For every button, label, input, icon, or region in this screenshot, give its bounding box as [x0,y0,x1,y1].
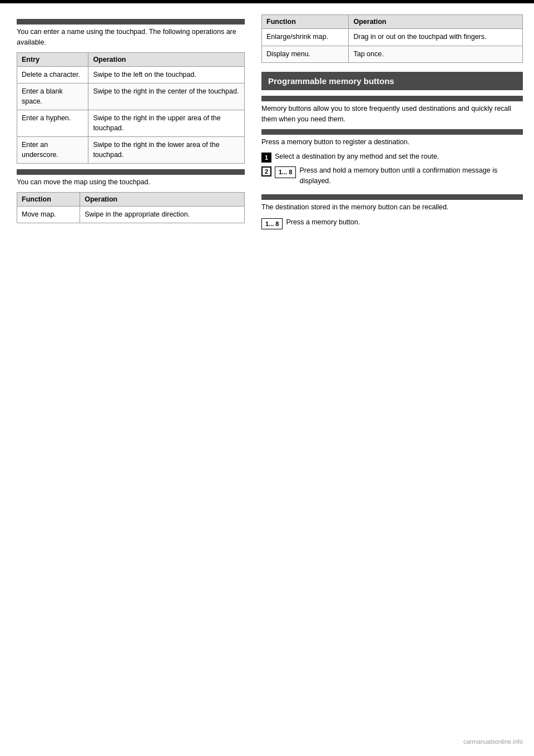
entry-col2-header: Operation [88,52,245,66]
left-section2-header [21,169,245,175]
left-column: You can enter a name using the touchpad.… [0,9,256,238]
entry-cell-entry: Enter a blank space. [17,84,88,110]
pmb-section2-header [266,129,523,135]
top-cell-op: Tap once. [349,46,523,63]
pmb-body3: The destination stored in the memory but… [261,202,523,213]
pmb-recall-row: 1... 8 Press a memory button. [261,217,523,230]
pmb-section3-header-row [261,194,523,200]
move-map-col2-header: Operation [80,192,245,206]
left-section1-header [21,19,245,24]
page-container: You can enter a name using the touchpad.… [0,0,534,756]
pmb-section1-header-row [261,96,523,101]
pmb-item2-num: 2 [261,166,271,176]
top-cell-op: Drag in or out on the touchpad with fing… [349,29,523,46]
left-section1-header-row [17,19,245,24]
top-table-row: Enlarge/shrink map.Drag in or out on the… [262,29,523,46]
pmb-item1-text: Select a destination by any method and s… [275,151,439,162]
entry-cell-op: Swipe to the left on the touchpad. [88,66,245,84]
pmb-section2-bar [261,129,266,135]
move-map-cell-op: Swipe in the appropriate direction. [80,206,245,223]
entry-cell-entry: Enter an underscore. [17,137,88,164]
pmb-item2-badge: 1... 8 [275,166,296,178]
move-map-table: Function Operation Move map.Swipe in the… [17,192,245,224]
pmb-body2a: Press a memory button to register a dest… [261,137,523,148]
left-section2-body: You can move the map using the touchpad. [17,177,245,188]
left-section1-body: You can enter a name using the touchpad.… [17,27,245,48]
watermark: carmanualsonline.info [463,738,523,745]
pmb-body1: Memory buttons allow you to store freque… [261,104,523,125]
pmb-section3-header [266,194,523,200]
move-map-cell-fn: Move map. [17,206,80,223]
entry-col1-header: Entry [17,52,88,66]
pmb-section1-bar [261,96,266,101]
entry-table-row: Enter an underscore.Swipe to the right i… [17,137,245,164]
pmb-heading: Programmable memory buttons [261,72,523,90]
top-cell-fn: Enlarge/shrink map. [262,29,349,46]
pmb-item1: 1 Select a destination by any method and… [261,151,523,163]
left-section2-bar [17,169,21,175]
main-content: You can enter a name using the touchpad.… [0,3,534,238]
entry-cell-entry: Enter a hyphen. [17,110,88,137]
top-col1-header: Function [262,15,349,29]
pmb-section1-header [266,96,523,101]
left-section1-bar [17,19,21,24]
left-section2-header-row [17,169,245,175]
pmb-item1-num: 1 [261,153,271,163]
top-table-row: Display menu.Tap once. [262,46,523,63]
entry-cell-op: Swipe to the right in the lower area of … [88,137,245,164]
pmb-range-badge: 1... 8 [261,218,283,230]
entry-cell-op: Swipe to the right in the center of the … [88,84,245,110]
entry-table-row: Delete a character.Swipe to the left on … [17,66,245,84]
pmb-section3-bar [261,194,266,200]
entry-cell-op: Swipe to the right in the upper area of … [88,110,245,137]
pmb-section2-header-row [261,129,523,135]
top-cell-fn: Display menu. [262,46,349,63]
pmb-body4: Press a memory button. [286,217,360,228]
entry-table-row: Enter a hyphen.Swipe to the right in the… [17,110,245,137]
top-function-table: Function Operation Enlarge/shrink map.Dr… [261,14,523,63]
entry-table: Entry Operation Delete a character.Swipe… [17,52,245,164]
move-map-col1-header: Function [17,192,80,206]
pmb-item2-text: Press and hold a memory button until a c… [299,165,523,186]
top-col2-header: Operation [349,15,523,29]
entry-cell-entry: Delete a character. [17,66,88,84]
entry-table-row: Enter a blank space.Swipe to the right i… [17,84,245,110]
pmb-item2: 2 1... 8 Press and hold a memory button … [261,165,523,186]
right-column: Function Operation Enlarge/shrink map.Dr… [256,9,534,238]
move-map-table-row: Move map.Swipe in the appropriate direct… [17,206,245,223]
